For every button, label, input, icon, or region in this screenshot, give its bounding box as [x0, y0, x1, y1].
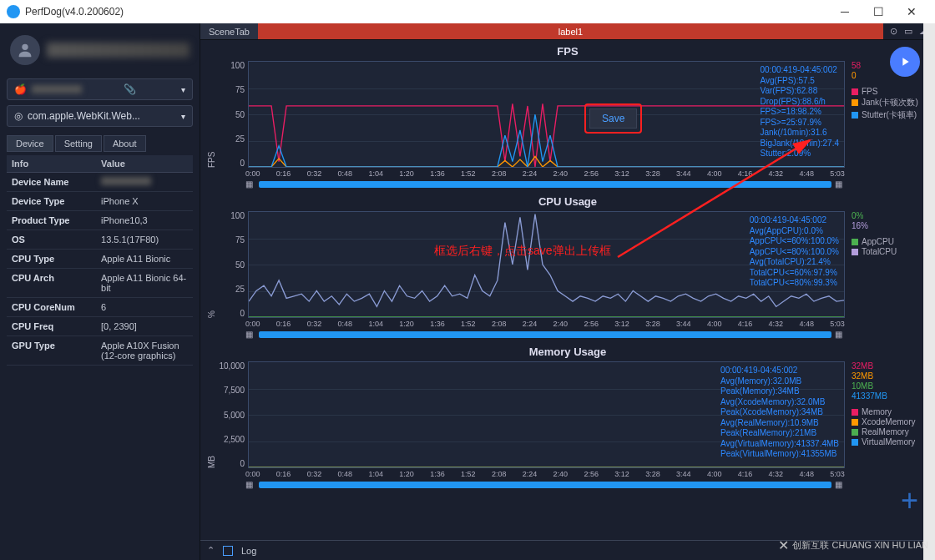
chart-plot[interactable]: 00:00:419-04:45:002Avg(FPS):57.5Var(FPS)… [248, 61, 845, 168]
svg-point-0 [22, 44, 28, 50]
chevron-down-icon: ▾ [181, 112, 185, 121]
maximize-button[interactable]: ☐ [862, 0, 895, 23]
film-icon: ▦ [835, 330, 845, 339]
sidebar: 🍎 📎 ▾ ◎ com.apple.WebKit.Web... ▾ Device… [0, 23, 200, 560]
info-value: iPhone10,3 [96, 211, 193, 230]
legend-swatch [852, 439, 858, 446]
title-bar: PerfDog(v4.0.200602) ─ ☐ ✕ [0, 0, 935, 23]
app-dropdown[interactable]: ◎ com.apple.WebKit.Web... ▾ [7, 105, 193, 127]
log-checkbox[interactable] [223, 546, 233, 556]
device-dropdown[interactable]: 🍎 📎 ▾ [7, 78, 193, 100]
legend-item[interactable]: Jank(卡顿次数) [852, 97, 928, 108]
y-axis: 10,0007,5005,0002,5000 [218, 361, 248, 468]
legend-swatch [852, 99, 858, 106]
chart-legend: 580FPSJank(卡顿次数)Stutter(卡顿率) [845, 61, 928, 168]
info-key: Product Type [7, 211, 96, 230]
info-value: Apple A10X Fusion (12-core graphics) [96, 336, 193, 366]
legend-swatch [852, 409, 858, 416]
scenetab-label[interactable]: SceneTab [200, 23, 258, 39]
info-key: OS [7, 230, 96, 250]
legend-item[interactable]: VirtualMemory [852, 437, 928, 446]
device-name-blurred [32, 85, 82, 93]
legend-item[interactable]: XcodeMemory [852, 417, 928, 426]
legend-item[interactable]: TotalCPU [852, 247, 928, 256]
chart-legend: 0%16%AppCPUTotalCPU [845, 211, 928, 318]
log-label: Log [241, 546, 256, 556]
legend-item[interactable]: FPS [852, 87, 928, 96]
table-row: OS13.5.1(17F80) [7, 230, 193, 250]
tab-device[interactable]: Device [7, 135, 53, 152]
info-value: 13.5.1(17F80) [96, 230, 193, 250]
timeline-scrubber[interactable]: ▦▦ [245, 330, 845, 339]
chart-fps: FPSFPS100755025000:00:419-04:45:002Avg(F… [207, 43, 928, 189]
legend-swatch [852, 419, 858, 426]
table-row: CPU Freq[0, 2390] [7, 317, 193, 336]
close-button[interactable]: ✕ [895, 0, 928, 23]
vertical-scrollbar[interactable] [923, 23, 935, 560]
y-axis-label: % [207, 211, 216, 318]
film-icon: ▦ [245, 179, 255, 189]
legend-swatch [852, 112, 858, 119]
info-value: 6 [96, 298, 193, 317]
chart-cpu-usage: CPU Usage%100755025000:00:419-04:45:002A… [207, 194, 928, 339]
y-axis: 1007550250 [218, 211, 248, 318]
play-button[interactable] [890, 47, 920, 77]
legend-swatch [852, 429, 858, 436]
info-key: GPU Type [7, 336, 96, 366]
chart-title: FPS [207, 43, 928, 61]
value-header: Value [96, 155, 193, 173]
y-axis-label: FPS [207, 61, 216, 168]
x-axis: 0:000:160:320:481:041:201:361:522:082:24… [245, 168, 845, 178]
device-info-table: Info Value Device NameDevice TypeiPhone … [7, 155, 193, 366]
legend-item[interactable]: RealMemory [852, 427, 928, 436]
table-row: CPU CoreNum6 [7, 298, 193, 317]
sidebar-tabs: Device Setting About [7, 135, 193, 152]
film-icon: ▦ [835, 480, 845, 489]
legend-swatch [852, 88, 858, 95]
table-row: CPU TypeApple A11 Bionic [7, 250, 193, 269]
chart-plot[interactable]: 00:00:419-04:45:002Avg(AppCPU):0.0%AppCP… [248, 211, 845, 318]
location-icon[interactable]: ⊙ [890, 26, 897, 37]
legend-item[interactable]: Stutter(卡顿率) [852, 109, 928, 121]
chevron-down-icon: ▾ [181, 85, 185, 94]
legend-item[interactable]: Memory [852, 407, 928, 416]
chart-memory-usage: Memory UsageMB10,0007,5005,0002,500000:0… [207, 344, 928, 489]
app-dropdown-label: com.apple.WebKit.Web... [28, 110, 140, 122]
tab-setting[interactable]: Setting [55, 135, 102, 152]
add-chart-button[interactable]: + [901, 483, 918, 518]
save-popup-highlight: Save [584, 103, 642, 134]
info-key: CPU Freq [7, 317, 96, 336]
table-row: Device Name [7, 173, 193, 192]
timeline-scrubber[interactable]: ▦▦ [245, 480, 845, 489]
tab-about[interactable]: About [104, 135, 146, 152]
user-icon [16, 41, 34, 59]
expand-up-icon[interactable]: ⌃ [207, 545, 215, 556]
info-value: Apple A11 Bionic [96, 250, 193, 269]
save-button[interactable]: Save [589, 108, 637, 129]
chart-plot[interactable]: 00:00:419-04:45:002Avg(Memory):32.0MBPea… [248, 361, 845, 468]
pin-icon[interactable]: 📎 [124, 83, 136, 95]
y-axis-label: MB [207, 361, 216, 468]
info-value [96, 173, 193, 192]
username-label [47, 43, 190, 58]
apple-icon: 🍎 [14, 83, 27, 95]
info-header: Info [7, 155, 96, 173]
scene-label1[interactable]: label1 [258, 23, 883, 39]
x-axis: 0:000:160:320:481:041:201:361:522:082:24… [245, 468, 845, 478]
minimize-button[interactable]: ─ [828, 0, 862, 23]
timeline-scrubber[interactable]: ▦▦ [245, 179, 845, 189]
x-axis: 0:000:160:320:481:041:201:361:522:082:24… [245, 318, 845, 328]
legend-swatch [852, 239, 858, 245]
charts-area: FPSFPS100755025000:00:419-04:45:002Avg(F… [200, 40, 935, 540]
user-avatar[interactable] [10, 35, 40, 65]
watermark: ✕创新互联 CHUANG XIN HU LIAN [778, 537, 928, 553]
main-panel: SceneTab label1 ⊙ ▭ ☁ FPSFPS100755025000… [200, 23, 935, 560]
legend-item[interactable]: AppCPU [852, 237, 928, 246]
folder-icon[interactable]: ▭ [904, 26, 912, 37]
table-row: GPU TypeApple A10X Fusion (12-core graph… [7, 336, 193, 366]
chart-title: Memory Usage [207, 344, 928, 361]
film-icon: ▦ [245, 330, 255, 339]
info-key: Device Name [7, 173, 96, 192]
target-icon: ◎ [14, 110, 23, 122]
table-row: CPU ArchApple A11 Bionic 64-bit [7, 269, 193, 298]
